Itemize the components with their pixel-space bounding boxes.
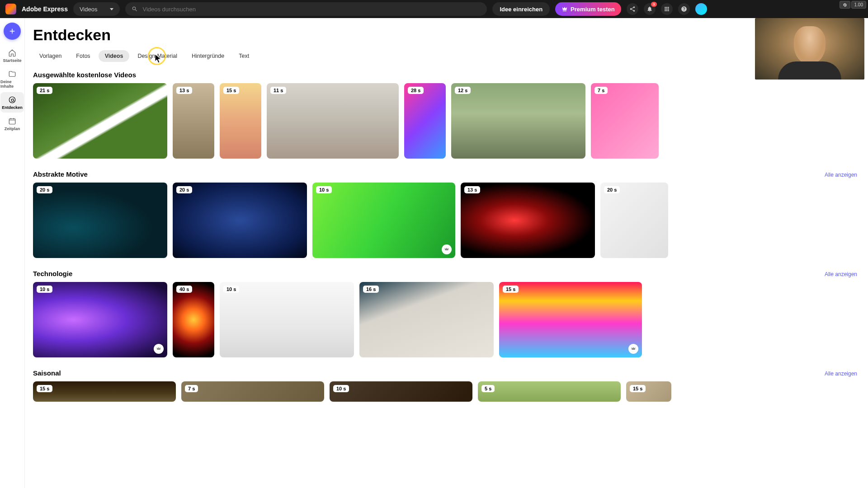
folder-icon — [8, 70, 16, 78]
sidebar: Startseite Deine Inhalte Entdecken Zeitp… — [0, 18, 25, 488]
search-icon — [132, 6, 138, 12]
share-icon-button[interactable] — [627, 3, 638, 15]
grid-icon — [664, 6, 670, 12]
crown-icon — [631, 346, 636, 352]
video-card[interactable]: 15 s — [499, 282, 642, 357]
video-card[interactable]: 7 s — [591, 83, 659, 159]
tab-backgrounds[interactable]: Hintergründe — [185, 50, 231, 62]
duration-badge: 10 s — [316, 186, 332, 193]
home-icon — [8, 49, 16, 57]
video-card[interactable]: 28 s — [404, 83, 446, 159]
sidebar-item-your-content[interactable]: Deine Inhalte — [0, 66, 24, 91]
duration-badge: 20 s — [37, 186, 52, 193]
submit-idea-button[interactable]: Idee einreichen — [492, 2, 550, 16]
video-card[interactable]: 40 s — [173, 282, 214, 357]
duration-badge: 28 s — [408, 87, 424, 94]
video-card[interactable]: 20 s — [173, 183, 307, 258]
notifications-button[interactable]: 3 — [644, 3, 656, 15]
notification-badge: 3 — [651, 2, 656, 7]
adobe-logo[interactable] — [5, 4, 16, 14]
video-card[interactable]: 15 s — [33, 381, 176, 402]
compass-icon — [8, 96, 16, 104]
premium-badge — [442, 244, 452, 254]
category-tabs: Vorlagen Fotos Videos Design-Material Hi… — [33, 50, 868, 62]
video-card[interactable]: 20 s — [600, 183, 668, 258]
see-all-tech[interactable]: Alle anzeigen — [825, 271, 857, 277]
zoom-level[interactable]: 1.00 — [851, 1, 866, 9]
tab-videos[interactable]: Videos — [99, 50, 130, 62]
section-title-seasonal: Saisonal — [33, 369, 61, 377]
premium-button[interactable]: Premium testen — [555, 2, 621, 16]
duration-badge: 7 s — [594, 87, 608, 94]
video-card[interactable]: 10 s — [330, 381, 472, 402]
duration-badge: 20 s — [604, 186, 620, 193]
plus-icon — [8, 27, 16, 35]
video-card[interactable]: 15 s — [220, 83, 261, 159]
see-all-seasonal[interactable]: Alle anzeigen — [825, 371, 857, 377]
video-card[interactable]: 20 s — [33, 183, 167, 258]
video-card[interactable]: 11 s — [267, 83, 399, 159]
crown-icon — [444, 247, 449, 252]
help-button[interactable] — [678, 3, 690, 15]
video-card[interactable]: 7 s — [181, 381, 324, 402]
help-icon — [681, 6, 687, 12]
premium-label: Premium testen — [571, 6, 615, 13]
duration-badge: 15 s — [503, 286, 519, 293]
video-card[interactable]: 21 s — [33, 83, 167, 159]
duration-badge: 10 s — [333, 385, 349, 392]
video-card[interactable]: 10 s — [33, 282, 167, 357]
duration-badge: 20 s — [176, 186, 192, 193]
sidebar-item-home[interactable]: Startseite — [0, 45, 24, 66]
duration-badge: 16 s — [363, 286, 379, 293]
main-content: Entdecken Vorlagen Fotos Videos Design-M… — [25, 18, 868, 488]
brand-name: Adobe Express — [22, 5, 68, 13]
duration-badge: 10 s — [223, 286, 239, 293]
search-input[interactable] — [142, 6, 481, 13]
category-dropdown[interactable]: Videos — [73, 2, 120, 16]
duration-badge: 13 s — [176, 87, 192, 94]
sidebar-item-schedule[interactable]: Zeitplan — [0, 113, 24, 134]
calendar-icon — [8, 117, 16, 125]
video-card[interactable]: 13 s — [173, 83, 214, 159]
tab-photos[interactable]: Fotos — [70, 50, 96, 62]
see-all-abstract[interactable]: Alle anzeigen — [825, 172, 857, 178]
duration-badge: 15 s — [630, 385, 646, 392]
tab-text[interactable]: Text — [232, 50, 255, 62]
settings-overlay-button[interactable] — [840, 1, 850, 9]
search-bar[interactable] — [125, 2, 487, 16]
video-card[interactable]: 10 s — [220, 282, 354, 357]
row-featured: 21 s13 s15 s11 s28 s12 s7 s — [33, 83, 868, 159]
sidebar-label: Startseite — [3, 58, 21, 63]
duration-badge: 10 s — [37, 286, 52, 293]
create-button[interactable] — [4, 23, 21, 40]
sidebar-label: Deine Inhalte — [0, 80, 24, 89]
duration-badge: 21 s — [37, 87, 52, 94]
duration-badge: 13 s — [464, 186, 480, 193]
chevron-down-icon — [110, 8, 113, 10]
section-title-tech: Technologie — [33, 270, 72, 277]
svg-rect-1 — [9, 119, 15, 124]
video-card[interactable]: 16 s — [359, 282, 494, 357]
section-title-featured: Ausgewählte kostenlose Videos — [33, 71, 136, 79]
video-card[interactable]: 13 s — [461, 183, 595, 258]
user-avatar[interactable] — [695, 3, 707, 15]
duration-badge: 11 s — [270, 87, 286, 94]
tab-templates[interactable]: Vorlagen — [33, 50, 68, 62]
gear-icon — [843, 3, 847, 7]
dropdown-label: Videos — [80, 6, 98, 13]
duration-badge: 5 s — [481, 385, 495, 392]
row-tech: 10 s40 s10 s16 s15 s — [33, 282, 868, 357]
video-card[interactable]: 15 s — [626, 381, 671, 402]
video-card[interactable]: 10 s — [312, 183, 455, 258]
topbar: Adobe Express Videos Idee einreichen Pre… — [0, 0, 868, 18]
crown-icon — [561, 6, 568, 12]
sidebar-label: Zeitplan — [5, 127, 20, 131]
video-card[interactable]: 12 s — [451, 83, 585, 159]
bell-icon — [646, 6, 653, 12]
page-title: Entdecken — [33, 26, 868, 44]
svg-point-0 — [9, 97, 15, 103]
video-card[interactable]: 5 s — [478, 381, 621, 402]
apps-button[interactable] — [661, 3, 673, 15]
tab-design-assets[interactable]: Design-Material — [131, 50, 184, 62]
sidebar-item-discover[interactable]: Entdecken — [0, 92, 24, 113]
